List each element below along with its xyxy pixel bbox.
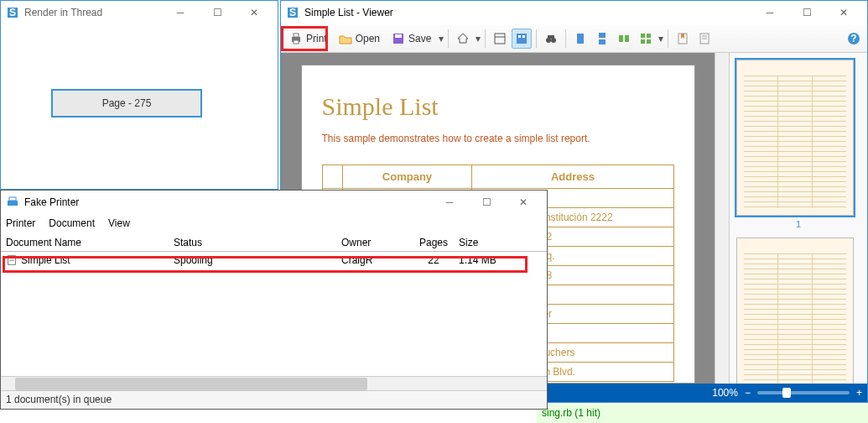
close-button[interactable]: ✕ [825,1,862,24]
svg-rect-22 [641,34,645,38]
view-multiple-button[interactable] [614,29,634,49]
home-button[interactable] [453,29,473,49]
save-dropdown[interactable]: ▾ [438,33,444,44]
menu-printer[interactable]: Printer [6,217,35,229]
col-status[interactable]: Status [174,237,341,248]
render-titlebar[interactable]: S Render in Thread ─ ☐ ✕ [1,1,278,24]
svg-rect-23 [647,34,651,38]
queue-row[interactable]: Simple List Spooling CraigR 22 1.14 MB [1,252,547,269]
render-title-text: Render in Thread [24,7,102,18]
thumbnail-page-1[interactable] [736,60,854,216]
queue-header: Document Name Status Owner Pages Size [1,234,547,252]
menu-view[interactable]: View [108,217,130,229]
col-document-name[interactable]: Document Name [6,237,174,248]
maximize-button[interactable]: ☐ [788,1,825,24]
page-continuous-icon [595,32,609,45]
svg-rect-25 [647,39,651,44]
console-output: sing.rb (1 hit) [537,405,868,423]
svg-rect-16 [548,35,554,39]
svg-text:?: ? [850,33,856,44]
printer-icon [289,32,303,45]
print-button[interactable]: Print [284,29,332,49]
table-header-row: Company Address [322,165,673,189]
parameters-button[interactable] [694,29,715,49]
printer-icon [6,196,19,209]
printer-titlebar[interactable]: Fake Printer ─ ☐ ✕ [1,191,547,214]
parameters-icon [698,32,711,45]
col-pages[interactable]: Pages [408,237,459,248]
home-dropdown[interactable]: ▾ [475,33,481,44]
thumbnails-button[interactable] [512,29,532,49]
print-label: Print [306,33,327,44]
col-size[interactable]: Size [459,237,517,248]
job-size: 1.14 MB [459,254,517,266]
col-owner[interactable]: Owner [341,237,408,248]
separator [448,29,449,48]
view-continuous-button[interactable] [592,29,612,49]
page-indicator-text: Page - 275 [102,97,152,109]
console-text: sing.rb (1 hit) [542,407,600,419]
svg-text:S: S [9,7,16,18]
bookmark-button[interactable] [673,29,693,49]
page-grid-icon [639,32,652,45]
svg-rect-19 [599,39,606,44]
maximize-button[interactable]: ☐ [199,1,236,24]
thumbnail-page-2[interactable] [736,238,854,384]
zoom-in-button[interactable]: + [856,387,862,399]
viewer-toolbar: Print Open Save ▾ ▾ ▾ ? [281,24,867,53]
printer-hscrollbar[interactable] [1,376,547,390]
zoom-out-button[interactable]: − [745,387,751,399]
binoculars-icon [544,32,558,45]
find-button[interactable] [541,29,561,49]
svg-rect-32 [8,201,18,206]
svg-text:S: S [289,7,296,18]
close-button[interactable]: ✕ [505,191,542,214]
minimize-button[interactable]: ─ [751,1,788,24]
report-description: This sample demonstrates how to create a… [322,133,674,144]
svg-rect-5 [294,34,299,37]
svg-rect-17 [577,34,584,44]
svg-rect-11 [517,34,527,44]
folder-open-icon [339,32,352,45]
minimize-button[interactable]: ─ [431,191,468,214]
save-icon [392,32,405,45]
save-button[interactable]: Save [387,29,436,49]
svg-rect-8 [395,34,402,38]
view-grid-button[interactable] [636,29,656,49]
separator [536,29,537,48]
maximize-button[interactable]: ☐ [468,191,505,214]
printer-status-text: 1 document(s) in queue [6,394,112,405]
save-label: Save [408,33,431,44]
job-name: Simple List [21,254,70,266]
open-label: Open [356,33,380,44]
menu-document[interactable]: Document [49,217,95,229]
viewer-title-text: Simple List - Viewer [304,7,393,18]
viewer-titlebar[interactable]: S Simple List - Viewer ─ ☐ ✕ [281,1,867,24]
thumbnail-label: 1 [736,219,860,229]
view-grid-dropdown[interactable]: ▾ [657,33,663,44]
zoom-value: 100% [712,387,738,399]
page-single-icon [574,32,587,45]
app-icon: S [286,6,299,19]
open-button[interactable]: Open [334,29,385,49]
svg-rect-20 [619,35,623,42]
separator [668,29,668,48]
zoom-slider-thumb[interactable] [782,388,791,398]
content-panel-button[interactable] [490,29,510,49]
thumbnails-icon [515,32,528,45]
svg-rect-6 [294,40,299,44]
close-button[interactable]: ✕ [236,1,273,24]
svg-rect-21 [625,35,629,42]
job-pages: 22 [408,254,459,266]
thumbnail-pane: 1 [729,53,867,384]
zoom-slider[interactable] [757,391,850,394]
minimize-button[interactable]: ─ [162,1,199,24]
svg-rect-24 [641,39,645,44]
col-company: Company [342,165,472,189]
help-button[interactable]: ? [844,29,864,49]
svg-rect-13 [522,35,525,38]
document-scrollbar[interactable] [715,53,729,384]
view-single-button[interactable] [570,29,590,49]
printer-statusbar: 1 document(s) in queue [1,390,547,409]
hscroll-thumb[interactable] [15,378,367,390]
